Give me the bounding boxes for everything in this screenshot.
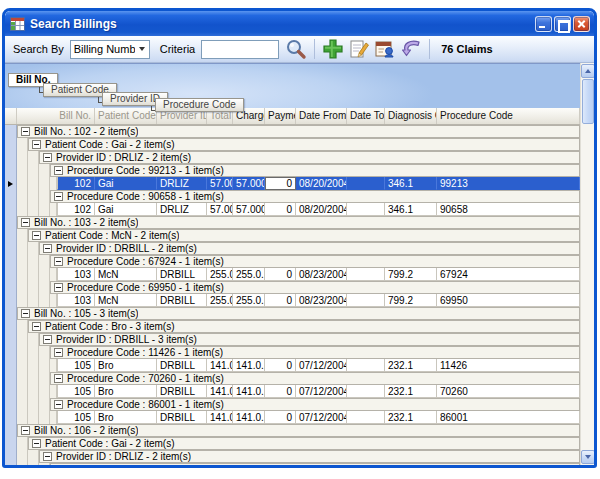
row-indicator[interactable] <box>5 450 17 463</box>
collapse-icon[interactable] <box>43 452 52 461</box>
chevron-down-icon[interactable] <box>135 41 149 58</box>
group-row-box[interactable]: Bill No. : 102 - 2 item(s) <box>17 125 580 138</box>
collapse-icon[interactable] <box>21 309 30 318</box>
grid-cell[interactable]: 11426 <box>437 359 580 372</box>
row-indicator[interactable] <box>5 242 17 255</box>
grid-cell[interactable]: 86001 <box>437 411 580 424</box>
collapse-icon[interactable] <box>32 231 41 240</box>
group-row-box[interactable]: Procedure Code : 99213 - 1 item(s) <box>50 164 580 177</box>
group-row-box[interactable]: Provider ID : DRBILL - 3 item(s) <box>39 333 580 346</box>
grid-cell[interactable]: 0 <box>265 203 296 216</box>
group-row-box[interactable]: Patient Code : Gai - 2 item(s) <box>28 138 580 151</box>
grid-cell[interactable]: Bro <box>95 359 157 372</box>
column-header-diagnosis-code[interactable]: Diagnosis Code <box>385 108 437 124</box>
grid-cell[interactable]: 141.0... <box>207 411 233 424</box>
collapse-icon[interactable] <box>54 348 63 357</box>
group-row[interactable]: Bill No. : 106 - 2 item(s) <box>5 424 580 437</box>
collapse-icon[interactable] <box>54 374 63 383</box>
grid-cell[interactable] <box>347 268 385 281</box>
group-row-box[interactable]: Procedure Code : 90658 - 1 item(s) <box>50 190 580 203</box>
grid-cell[interactable]: 255.0... <box>207 268 233 281</box>
grid-cell[interactable]: 57.00... <box>207 177 233 190</box>
grid-cell[interactable]: Bro <box>95 385 157 398</box>
group-row-box[interactable]: Patient Code : Bro - 3 item(s) <box>28 320 580 333</box>
close-button[interactable] <box>573 16 590 32</box>
row-indicator[interactable] <box>5 359 17 372</box>
scrollbar-thumb[interactable] <box>582 79 594 124</box>
grid-cell[interactable]: 255.0... <box>233 294 265 307</box>
data-row[interactable]: 102GaiDRLIZ57.00...57.0000008/20/2004346… <box>5 203 580 216</box>
grid-cell[interactable]: McN <box>95 294 157 307</box>
row-indicator[interactable] <box>5 255 17 268</box>
group-row[interactable]: Procedure Code : 11426 - 1 item(s) <box>5 346 580 359</box>
grid-cell[interactable]: 57.0000 <box>233 203 265 216</box>
group-row[interactable]: Bill No. : 105 - 3 item(s) <box>5 307 580 320</box>
group-row[interactable] <box>5 463 580 465</box>
grid-cell[interactable]: DRLIZ <box>157 203 207 216</box>
collapse-icon[interactable] <box>43 244 52 253</box>
minimize-button[interactable] <box>535 16 552 32</box>
report-icon[interactable] <box>374 38 396 60</box>
grid-cell[interactable]: 08/20/2004 <box>296 203 347 216</box>
group-row[interactable]: Procedure Code : 99213 - 1 item(s) <box>5 164 580 177</box>
column-header-bill-no[interactable]: Bill No. <box>17 108 95 124</box>
row-indicator[interactable] <box>5 268 17 281</box>
collapse-icon[interactable] <box>43 153 52 162</box>
grid-cell[interactable]: 102 <box>57 177 95 190</box>
group-row[interactable]: Bill No. : 102 - 2 item(s) <box>5 125 580 138</box>
grid-cell[interactable]: DRLIZ <box>157 177 207 190</box>
grid-cell[interactable]: DRBILL <box>157 268 207 281</box>
group-row-box[interactable]: Patient Code : McN - 2 item(s) <box>28 229 580 242</box>
maximize-button[interactable] <box>554 16 571 32</box>
data-row[interactable]: 103McNDRBILL255.0...255.0...008/23/20047… <box>5 268 580 281</box>
collapse-icon[interactable] <box>54 166 63 175</box>
row-indicator[interactable] <box>5 125 17 138</box>
group-row[interactable]: Provider ID : DRLIZ - 2 item(s) <box>5 450 580 463</box>
row-indicator[interactable] <box>5 411 17 424</box>
row-indicator[interactable] <box>5 229 17 242</box>
grid-cell[interactable]: 141.0... <box>233 411 265 424</box>
row-indicator[interactable] <box>5 281 17 294</box>
data-row[interactable]: 105BroDRBILL141.0...141.0...007/12/20042… <box>5 411 580 424</box>
grid-cell[interactable]: 67924 <box>437 268 580 281</box>
grid-cell[interactable]: 105 <box>57 359 95 372</box>
group-row[interactable]: Procedure Code : 90658 - 1 item(s) <box>5 190 580 203</box>
group-row-box[interactable]: Procedure Code : 11426 - 1 item(s) <box>50 346 580 359</box>
collapse-icon[interactable] <box>54 283 63 292</box>
grid-cell[interactable]: 08/20/2004 <box>296 177 347 190</box>
grid-cell[interactable]: 799.2 <box>385 268 437 281</box>
scroll-up-button[interactable] <box>581 64 595 78</box>
column-header-date-from[interactable]: Date From <box>296 108 347 124</box>
row-indicator[interactable] <box>5 216 17 229</box>
grid-cell[interactable]: 57.00... <box>207 203 233 216</box>
grid-cell[interactable]: 103 <box>57 268 95 281</box>
data-row[interactable]: 105BroDRBILL141.0...141.0...007/12/20042… <box>5 359 580 372</box>
grid-cell[interactable]: 70260 <box>437 385 580 398</box>
grid-cell[interactable]: Gai <box>95 203 157 216</box>
group-row[interactable]: Provider ID : DRBILL - 2 item(s) <box>5 242 580 255</box>
grid-cell[interactable]: 232.1 <box>385 359 437 372</box>
grid-cell[interactable]: 69950 <box>437 294 580 307</box>
collapse-icon[interactable] <box>54 192 63 201</box>
row-indicator[interactable] <box>5 203 17 216</box>
group-row[interactable]: Provider ID : DRBILL - 3 item(s) <box>5 333 580 346</box>
group-row-box[interactable]: Bill No. : 103 - 2 item(s) <box>17 216 580 229</box>
group-row[interactable]: Procedure Code : 86001 - 1 item(s) <box>5 398 580 411</box>
grid-cell[interactable]: McN <box>95 268 157 281</box>
group-row[interactable]: Procedure Code : 70260 - 1 item(s) <box>5 372 580 385</box>
row-indicator[interactable] <box>5 151 17 164</box>
grid-cell[interactable]: 08/23/2004 <box>296 268 347 281</box>
grid-cell[interactable]: 0 <box>265 411 296 424</box>
group-row[interactable]: Patient Code : McN - 2 item(s) <box>5 229 580 242</box>
group-row[interactable]: Patient Code : Gai - 2 item(s) <box>5 437 580 450</box>
grid-cell[interactable] <box>347 359 385 372</box>
grid-cell[interactable]: 99213 <box>437 177 580 190</box>
grid-cell[interactable]: 255.0... <box>207 294 233 307</box>
title-bar[interactable]: Search Billings <box>5 11 594 36</box>
group-row-box[interactable]: Procedure Code : 70260 - 1 item(s) <box>50 372 580 385</box>
data-row[interactable]: 102GaiDRLIZ57.00...57.0000008/20/2004346… <box>5 177 580 190</box>
collapse-icon[interactable] <box>21 426 30 435</box>
group-row-box[interactable]: Procedure Code : 86001 - 1 item(s) <box>50 398 580 411</box>
grid-cell[interactable]: 103 <box>57 294 95 307</box>
grid-cell[interactable]: 255.0... <box>233 268 265 281</box>
